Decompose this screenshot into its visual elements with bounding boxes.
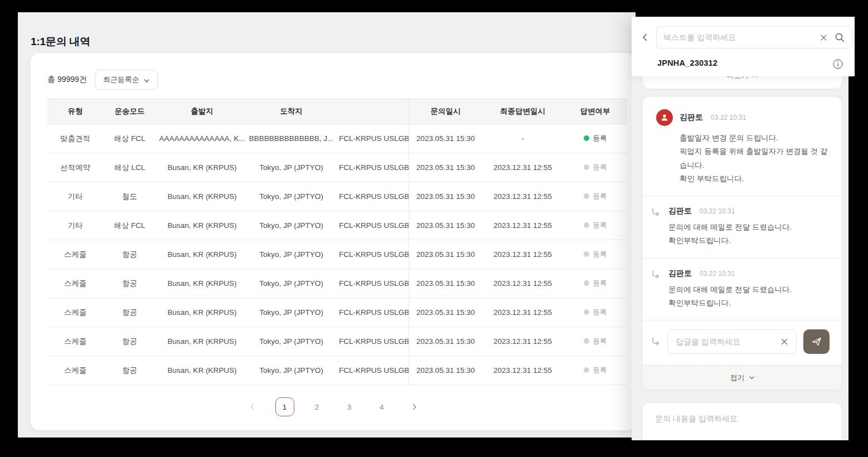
cell-shipment: FCL-KRPUS USLGB-20 — [334, 240, 409, 269]
show-more-label: 더보기 — [727, 76, 749, 81]
header-mode: 운송모드 — [103, 99, 156, 124]
cell-origin: Busan, KR (KRPUS) — [156, 356, 248, 385]
cell-mode: 철도 — [103, 182, 156, 211]
table-row[interactable]: 선적예약해상 LCLBusan, KR (KRPUS)Tokyo, JP (JP… — [47, 153, 627, 182]
back-icon[interactable] — [639, 31, 651, 43]
reply-author: 김판토 — [668, 269, 692, 279]
sort-dropdown-label: 최근등록순 — [103, 75, 139, 85]
pagination-next-icon[interactable] — [405, 397, 424, 416]
cell-inquiry-date: 2023.05.31 15:30 — [409, 327, 482, 356]
table-row[interactable]: 스케줄항공Busan, KR (KRPUS)Tokyo, JP (JPTYO)F… — [47, 240, 627, 269]
status-dot-icon — [584, 193, 589, 199]
cell-mode: 해상 FCL — [103, 211, 156, 240]
cell-shipment: FCL-KRPUS USLGB-20 — [334, 124, 409, 153]
header-reply-status: 답변여부 — [563, 99, 627, 124]
cell-shipment: FCL-KRPUS USLGB-20 — [334, 269, 409, 298]
cell-reply-date: 2023.12.31 12:55 — [482, 211, 563, 240]
reply-arrow-icon — [651, 269, 661, 310]
reply-line: 확인부탁드립니다. — [668, 234, 792, 247]
inquiry-table: 유형 운송모드 출발지 도착지 문의일시 최종답변일시 답변여부 맞춤견적해상 … — [47, 99, 627, 385]
thread-card: 김판토 03.22 10:31 출발일자 변경 문의 드립니다. 픽업지 등록을… — [643, 97, 842, 390]
cell-status: 등록 — [563, 182, 627, 211]
person-icon — [660, 113, 669, 122]
cell-reply-date: 2023.12.31 12:55 — [482, 298, 563, 327]
cell-status: 등록 — [563, 298, 627, 327]
collapse-button[interactable]: 접기 — [643, 365, 842, 390]
chevron-down-icon — [144, 77, 149, 82]
cell-type: 스케줄 — [47, 356, 103, 385]
chevron-up-icon — [752, 76, 758, 79]
search-icon[interactable] — [835, 32, 845, 43]
inquiry-input[interactable] — [655, 414, 830, 436]
cell-type: 기타 — [47, 182, 103, 211]
total-count: 총 99999건 — [47, 75, 87, 85]
reply-input-box — [667, 329, 797, 354]
new-inquiry-composer: 000/300 전송 — [643, 403, 842, 440]
cell-mode: 해상 LCL — [103, 153, 156, 182]
reply-line: 확인부탁드립니다. — [668, 296, 792, 310]
cell-type: 선적예약 — [47, 153, 103, 182]
status-dot-icon — [584, 222, 589, 228]
status-label: 등록 — [593, 366, 607, 374]
table-row[interactable]: 스케줄항공Busan, KR (KRPUS)Tokyo, JP (JPTYO)F… — [47, 269, 627, 298]
cell-shipment: FCL-KRPUS USLGB-20 — [334, 211, 409, 240]
status-label: 등록 — [593, 221, 607, 229]
reply-arrow-icon — [651, 336, 661, 348]
pagination-prev-icon[interactable] — [243, 397, 262, 416]
table-row[interactable]: 스케줄항공Busan, KR (KRPUS)Tokyo, JP (JPTYO)F… — [47, 356, 627, 385]
inquiry-list-card: 총 99999건 최근등록순 유형 운송모드 출발지 — [31, 53, 636, 430]
sort-dropdown[interactable]: 최근등록순 — [95, 70, 158, 90]
question-time: 03.22 10:31 — [711, 114, 746, 121]
header-origin: 출발지 — [156, 99, 248, 124]
show-more-button[interactable]: 더보기 — [643, 76, 842, 89]
status-dot-icon — [584, 338, 589, 344]
table-body: 맞춤견적해상 FCLAAAAAAAAAAAAAA, K...BBBBBBBBBB… — [47, 124, 627, 385]
thread-scroll-area[interactable]: 더보기 김판토 03.22 10:31 출발일자 변경 문의 드립니다. 픽업지… — [632, 76, 848, 440]
cell-origin: Busan, KR (KRPUS) — [156, 269, 248, 298]
cell-inquiry-date: 2023.05.31 15:30 — [409, 182, 482, 211]
table-row[interactable]: 기타철도Busan, KR (KRPUS)Tokyo, JP (JPTYO)FC… — [47, 182, 627, 211]
cell-inquiry-date: 2023.05.31 15:30 — [409, 298, 482, 327]
table-row[interactable]: 기타해상 FCLBusan, KR (KRPUS)Tokyo, JP (JPTY… — [47, 211, 627, 240]
inquiry-detail-panel: JPNHA_230312 더보기 김판토 03.22 — [632, 17, 848, 440]
status-label: 등록 — [593, 337, 607, 345]
cell-inquiry-date: 2023.05.31 15:30 — [409, 124, 482, 153]
cell-type: 스케줄 — [47, 269, 103, 298]
reply-body: 문의에 대해 메일로 전달 드렸습니다. 확인부탁드립니다. — [668, 221, 792, 248]
cell-reply-date: 2023.12.31 12:55 — [482, 240, 563, 269]
header-destination: 도착지 — [248, 99, 334, 124]
pagination-page-1[interactable]: 1 — [275, 397, 294, 416]
cell-reply-date: 2023.12.31 12:55 — [482, 269, 563, 298]
table-row[interactable]: 맞춤견적해상 FCLAAAAAAAAAAAAAA, K...BBBBBBBBBB… — [47, 124, 627, 153]
cell-destination: Tokyo, JP (JPTYO) — [248, 298, 334, 327]
reference-row: JPNHA_230312 — [657, 59, 843, 67]
cell-origin: Busan, KR (KRPUS) — [156, 327, 248, 356]
cell-inquiry-date: 2023.05.31 15:30 — [409, 153, 482, 182]
question-author: 김판토 — [680, 113, 703, 123]
cell-reply-date: - — [482, 124, 563, 153]
status-dot-icon — [584, 367, 589, 373]
pagination-page-2[interactable]: 2 — [308, 397, 327, 416]
cell-origin: Busan, KR (KRPUS) — [156, 298, 248, 327]
pagination-page-3[interactable]: 3 — [340, 397, 359, 416]
cell-destination: BBBBBBBBBBBBBB, J... — [248, 124, 334, 153]
question-line: 출발일자 변경 문의 드립니다. — [680, 132, 828, 145]
header-last-reply-date: 최종답변일시 — [482, 99, 563, 124]
info-icon[interactable] — [832, 59, 843, 70]
reply-send-button[interactable] — [803, 329, 830, 354]
pagination-page-4[interactable]: 4 — [372, 397, 391, 416]
search-clear-icon[interactable] — [819, 33, 828, 42]
status-dot-icon — [584, 135, 589, 141]
table-row[interactable]: 스케줄항공Busan, KR (KRPUS)Tokyo, JP (JPTYO)F… — [47, 298, 627, 327]
cell-type: 맞춤견적 — [47, 124, 103, 153]
status-label: 등록 — [593, 134, 607, 142]
reply-clear-icon[interactable] — [780, 338, 788, 346]
cell-mode: 항공 — [103, 269, 156, 298]
search-input[interactable] — [663, 33, 819, 42]
reply-line: 문의에 대해 메일로 전달 드렸습니다. — [668, 221, 792, 234]
collapse-label: 접기 — [730, 373, 745, 383]
reply-input[interactable] — [676, 337, 780, 346]
table-row[interactable]: 스케줄항공Busan, KR (KRPUS)Tokyo, JP (JPTYO)F… — [47, 327, 627, 356]
cell-origin: Busan, KR (KRPUS) — [156, 211, 248, 240]
reply-content: 김판토 03.22 10:31 문의에 대해 메일로 전달 드렸습니다. 확인부… — [668, 269, 792, 310]
